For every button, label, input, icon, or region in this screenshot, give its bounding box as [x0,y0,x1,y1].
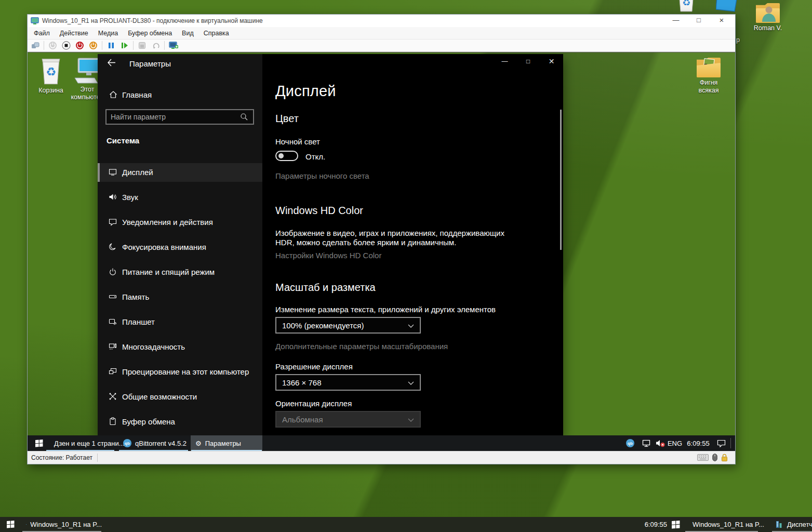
sidebar-item-tablet[interactable]: Планшет [98,313,262,331]
scrollbar[interactable] [560,110,562,250]
sidebar-item-display[interactable]: Дисплей [98,163,262,182]
action-center-icon[interactable] [714,435,728,451]
notifications-icon [109,218,117,226]
host-icon-roman-v[interactable]: Roman V. [748,3,788,32]
vm-clock[interactable]: 6:09:55 [684,435,712,451]
enhanced-session-button[interactable] [168,41,178,50]
pictures-folder-icon [697,58,721,77]
moon-icon [109,243,117,251]
sidebar-item-power-sleep[interactable]: Питание и спящий режим [98,263,262,282]
sidebar-item-home[interactable]: Главная [98,86,262,104]
desktop-icon-label: Корзина [38,87,63,95]
recycle-bin-icon: ♻ [38,56,64,85]
windows-logo-icon [672,521,680,529]
reset-vm-button[interactable] [119,41,129,50]
vm-window-titlebar[interactable]: Windows_10_R1 на PROLIANT-DL380 - подклю… [28,15,735,27]
vm-maximize-button[interactable]: □ [687,15,710,27]
hdr-settings-link[interactable]: Настройки Windows HD Color [275,251,381,260]
vm-window-title: Windows_10_R1 на PROLIANT-DL380 - подклю… [42,17,263,24]
task-manager-icon [776,521,783,528]
toggle-knob [278,153,284,158]
recycle-bin-icon: ♻ [675,0,698,12]
sidebar-item-storage[interactable]: Память [98,288,262,307]
night-light-toggle[interactable] [275,151,298,161]
sidebar-item-notifications[interactable]: Уведомления и действия [98,213,262,232]
night-light-label: Ночной свет [275,137,320,146]
sidebar-item-shared-experiences[interactable]: Общие возможности [98,388,262,406]
sidebar-item-sound[interactable]: Звук [98,188,262,207]
sidebar-item-label: Главная [122,90,152,99]
display-icon [109,168,117,176]
host-taskbar-item-vmconnect-2[interactable]: Windows_10_R1 на P... [685,517,758,532]
sidebar-item-clipboard[interactable]: Буфер обмена [98,413,262,431]
resolution-dropdown[interactable]: 1366 × 768 [275,374,421,391]
windows-logo-icon [7,521,15,528]
vm-taskbar-item-qbittorrent[interactable]: qb qBittorrent v4.5.2 [118,435,189,451]
color-section-heading: Цвет [275,113,299,125]
svg-text:♻: ♻ [46,65,56,78]
vm-status-bar: Состояние: Работает [28,451,735,464]
show-desktop-button[interactable] [730,438,731,448]
orientation-dropdown[interactable]: Альбомная [275,411,421,428]
pause-vm-button[interactable] [106,41,116,50]
settings-sidebar: Параметры Главная Система Диспл [98,54,262,436]
resolution-label: Разрешение дисплея [275,362,353,371]
shutdown-vm-button[interactable] [75,41,85,50]
menu-help[interactable]: Справка [204,30,229,37]
qbittorrent-tray-icon[interactable]: qb [625,435,635,451]
projecting-icon [109,367,117,376]
settings-close-button[interactable]: ✕ [540,54,563,70]
menu-media[interactable]: Медиа [98,30,118,37]
back-button[interactable] [107,59,116,66]
selection-indicator [98,163,100,182]
monitor-icon [716,0,740,12]
menu-clipboard[interactable]: Буфер обмена [128,30,172,37]
turn-off-vm-button[interactable] [61,41,71,50]
sidebar-item-multitasking[interactable]: Многозадачность [98,338,262,356]
search-icon[interactable] [240,113,248,121]
scale-dropdown[interactable]: 100% (рекомендуется) [275,317,421,334]
host-start-button[interactable] [0,517,21,532]
ctrl-alt-del-button[interactable] [30,41,40,50]
vm-desktop: ♻ Корзина Этот компьютер [28,52,735,451]
language-indicator[interactable]: ENG [667,435,683,451]
home-icon [109,90,117,99]
host-start-button-2[interactable] [668,517,684,532]
vm-icon-recycle-bin[interactable]: ♻ Корзина [32,56,70,95]
host-recycle-bin-icon-cut[interactable]: ♻ [672,0,701,12]
menu-file[interactable]: Файл [34,30,50,37]
start-vm-button[interactable] [48,41,58,50]
host-taskbar-item-vmconnect[interactable]: Windows_10_R1 на P... [22,517,102,532]
host-taskbar-item-task-manager[interactable]: Диспетчер [771,517,812,532]
svg-text:♻: ♻ [682,0,690,8]
settings-main-pane: Дисплей Цвет Ночной свет Откл. Параметры… [262,54,563,436]
settings-maximize-button[interactable]: □ [516,54,540,70]
vm-minimize-button[interactable]: — [664,15,687,27]
vm-icon-fignya-vsyakaya[interactable]: Фигня всякая [691,58,726,95]
status-separator [97,454,98,462]
menu-action[interactable]: Действие [60,30,88,37]
volume-muted-tray-icon[interactable] [654,435,667,451]
vm-status-text: Состояние: Работает [31,454,92,461]
checkpoint-button[interactable] [137,41,147,50]
vm-taskbar-item-settings[interactable]: ⚙ Параметры [191,435,262,451]
vm-taskbar-item-edge-dzen[interactable]: Дзен и еще 1 страни... [46,435,115,451]
host-taskbar: Windows_10_R1 на P... 6:09:55 Windows_10… [0,517,812,532]
search-input[interactable] [107,113,240,121]
chevron-down-icon [408,381,414,385]
revert-button[interactable] [151,41,161,50]
sidebar-item-projecting[interactable]: Проецирование на этот компьютер [98,363,262,381]
network-tray-icon[interactable] [641,435,652,451]
save-vm-button[interactable] [88,41,98,50]
night-light-settings-link[interactable]: Параметры ночного света [275,171,369,180]
hyperv-window-icon [26,521,26,528]
lock-icon [721,454,728,461]
sidebar-item-focus-assist[interactable]: Фокусировка внимания [98,238,262,257]
advanced-scaling-link[interactable]: Дополнительные параметры масштабирования [275,342,448,351]
settings-minimize-button[interactable]: — [493,54,516,70]
host-monitor-icon-cut[interactable] [716,0,740,12]
vm-close-button[interactable]: × [710,15,733,27]
menu-view[interactable]: Вид [182,30,194,37]
host-clock[interactable]: 6:09:55 [638,517,667,532]
gear-icon: ⚙ [195,440,202,447]
